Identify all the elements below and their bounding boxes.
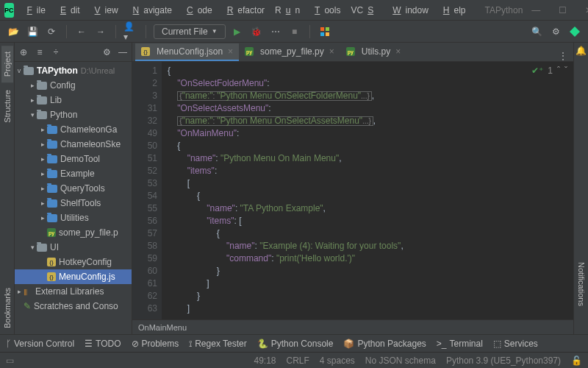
code-line[interactable]: {	[168, 227, 573, 240]
status-icon[interactable]: ▭	[6, 355, 14, 366]
bookmarks-tab[interactable]: Bookmarks	[1, 282, 13, 334]
code-line[interactable]: "name": "Python Menu On Main Menu",	[168, 152, 573, 165]
run-icon[interactable]: ▶	[230, 24, 245, 39]
collapse-all-icon[interactable]: ÷	[50, 46, 62, 58]
code-line[interactable]: {	[168, 190, 573, 202]
code-line[interactable]: "name": "Example (4): Waiting for your t…	[168, 240, 573, 252]
indent[interactable]: 4 spaces	[320, 355, 355, 366]
scroll-down-icon[interactable]: ˇ	[564, 65, 567, 77]
scratches[interactable]: ✎Scratches and Conso	[15, 299, 132, 314]
run-config-dropdown[interactable]: Current File▼	[154, 24, 226, 39]
code-line[interactable]: "command": "print('Hello world.')"	[168, 252, 573, 265]
tree-settings-icon[interactable]: ⚙	[101, 46, 112, 58]
code-line[interactable]: "items":	[168, 165, 573, 177]
bottom-tab[interactable]: ☰TODO	[85, 339, 121, 349]
scroll-up-icon[interactable]: ˆ	[557, 65, 560, 77]
notifications-tab[interactable]: Notifications	[576, 256, 587, 312]
refresh-icon[interactable]: ⟳	[44, 24, 59, 39]
menu-run[interactable]: Run	[270, 4, 304, 17]
jetbrains-icon[interactable]	[567, 24, 582, 39]
code-line[interactable]: {"name:": "Python Menu OnSelectAssetsMen…	[168, 115, 573, 127]
tree-item[interactable]: ▸DemoTool	[15, 152, 132, 166]
expand-all-icon[interactable]: ≡	[34, 46, 46, 58]
debug-icon[interactable]: 🐞	[249, 24, 264, 39]
menu-navigate[interactable]: Navigate	[124, 4, 176, 17]
minimize-icon[interactable]: ―	[523, 0, 549, 21]
tree-item[interactable]: ▸Lib	[15, 93, 132, 107]
bottom-tab[interactable]: ⟟Regex Tester	[189, 339, 246, 349]
code-line[interactable]: "name": "TA Python Example",	[168, 202, 573, 215]
tab-close-icon[interactable]: ×	[228, 46, 233, 57]
code-line[interactable]: {	[168, 140, 573, 152]
code-area[interactable]: 💡 ✔⁺ 1 ˆ ˇ { "OnSelectFolderMenu": {"nam…	[162, 62, 573, 319]
menu-window[interactable]: Window	[384, 4, 433, 17]
tree-item[interactable]: ▸Example	[15, 166, 132, 181]
bell-icon[interactable]: 🔔	[573, 43, 588, 59]
forward-icon[interactable]: →	[93, 24, 108, 39]
tree-item[interactable]: {}MenuConfig.js	[15, 269, 132, 284]
bottom-tab[interactable]: ⬚Services	[493, 339, 538, 349]
tree-item[interactable]: {}HotkeyConfig	[15, 255, 132, 269]
schema[interactable]: No JSON schema	[365, 355, 436, 366]
editor-tab[interactable]: pyUtils.py×	[340, 43, 406, 61]
code-line[interactable]: {	[168, 65, 573, 77]
tree-item[interactable]: ▸ChameleonSke	[15, 137, 132, 152]
menu-help[interactable]: Help	[434, 4, 470, 17]
menu-tools[interactable]: Tools	[306, 4, 345, 17]
tree-item[interactable]: ▾UI	[15, 240, 132, 255]
bottom-tab[interactable]: 🐍Python Console	[257, 339, 334, 349]
hide-icon[interactable]: —	[117, 46, 129, 58]
code-line[interactable]: }	[168, 265, 573, 277]
select-opened-icon[interactable]: ⊕	[18, 46, 29, 58]
interpreter[interactable]: Python 3.9 (UE5_Python397)	[446, 355, 561, 366]
code-line[interactable]: ]	[168, 277, 573, 290]
lock-icon[interactable]: 🔓	[571, 355, 582, 366]
tree-item[interactable]: ▾Python	[15, 107, 132, 122]
tree-root[interactable]: vTAPythonD:\Unreal	[15, 63, 132, 78]
code-line[interactable]: [	[168, 177, 573, 190]
back-icon[interactable]: ←	[74, 24, 89, 39]
code-line[interactable]: "OnSelectAssetsMenu":	[168, 102, 573, 115]
save-icon[interactable]: 💾	[25, 24, 40, 39]
caret-pos[interactable]: 49:18	[254, 355, 276, 366]
external-libraries[interactable]: ▸⫴External Libraries	[15, 284, 132, 299]
bottom-tab[interactable]: >_Terminal	[437, 339, 483, 349]
code-line[interactable]: "OnSelectFolderMenu":	[168, 77, 573, 90]
menu-view[interactable]: View	[86, 4, 123, 17]
tab-close-icon[interactable]: ×	[395, 46, 401, 57]
tree-item[interactable]: ▸QueryTools	[15, 181, 132, 196]
menu-code[interactable]: Code	[178, 4, 217, 17]
menu-vcs[interactable]: VCS	[346, 4, 382, 17]
with-me-icon[interactable]: 👤▾	[123, 24, 138, 39]
analysis-ok-icon[interactable]: ✔⁺	[531, 65, 543, 77]
breadcrumb[interactable]: OnMainMenu	[132, 319, 573, 334]
more-run-icon[interactable]: ⋯	[268, 24, 283, 39]
stop-icon[interactable]: ■	[287, 24, 302, 39]
search-icon[interactable]: 🔍	[529, 24, 544, 39]
bottom-tab[interactable]: ⊘Problems	[132, 339, 179, 349]
tab-close-icon[interactable]: ×	[329, 46, 334, 57]
gear-icon[interactable]: ⚙	[548, 24, 563, 39]
tree-item[interactable]: ▸Utilities	[15, 210, 132, 225]
menu-file[interactable]: File	[18, 4, 50, 17]
close-icon[interactable]: ✕	[576, 0, 588, 21]
tree-item[interactable]: ▸ChameleonGa	[15, 122, 132, 137]
tree-item[interactable]: ▸Config	[15, 78, 132, 93]
code-line[interactable]: }	[168, 290, 573, 302]
editor-tab[interactable]: pysome_py_file.py×	[239, 43, 340, 61]
maximize-icon[interactable]: ☐	[549, 0, 576, 21]
tree-item[interactable]: ▸ShelfTools	[15, 196, 132, 210]
editor-tab[interactable]: {}MenuConfig.json×	[135, 43, 239, 61]
menu-refactor[interactable]: Refactor	[218, 4, 269, 17]
project-tab[interactable]: Project	[1, 46, 13, 82]
code-line[interactable]: {"name:": "Python Menu OnSelectFolderMen…	[168, 90, 573, 102]
code-line[interactable]: ]	[168, 302, 573, 315]
menu-edit[interactable]: Edit	[51, 4, 85, 17]
line-sep[interactable]: CRLF	[286, 355, 309, 366]
code-line[interactable]: "items": [	[168, 215, 573, 227]
tabs-menu-icon[interactable]: ⋮	[553, 51, 573, 61]
code-line[interactable]: "OnMainMenu":	[168, 127, 573, 140]
structure-tab[interactable]: Structure	[1, 84, 13, 129]
bottom-tab[interactable]: 📦Python Packages	[343, 339, 426, 349]
bottom-tab[interactable]: ᚴVersion Control	[6, 339, 74, 349]
